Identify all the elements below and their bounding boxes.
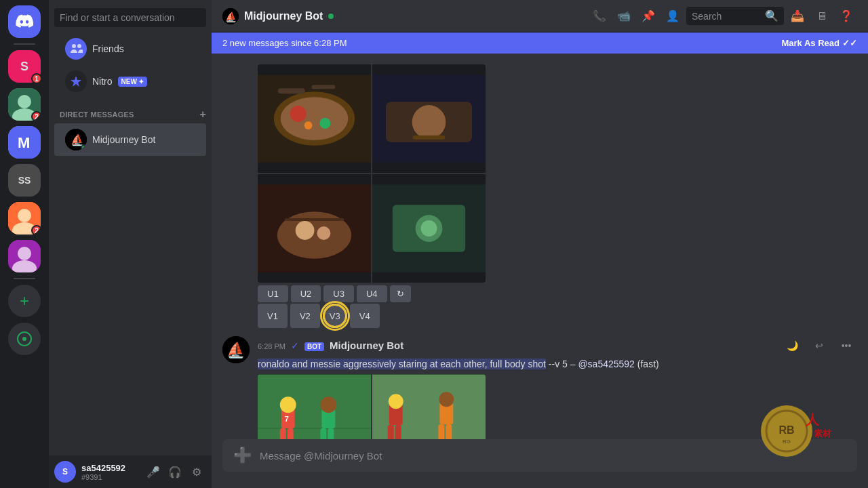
settings-button[interactable]: ⚙ <box>187 462 206 481</box>
svg-point-20 <box>290 106 307 122</box>
msg2-timestamp: 6:28 PM <box>258 342 285 350</box>
server-icon-5[interactable]: 2 <box>8 202 41 235</box>
svg-text:人: 人 <box>805 412 820 427</box>
user-name: sa5425592 <box>81 463 138 473</box>
server-icon-6[interactable] <box>8 240 41 272</box>
svg-text:RB: RB <box>778 424 794 436</box>
food-u2-button[interactable]: U2 <box>291 285 321 302</box>
dm-search-area <box>49 0 212 33</box>
help-button[interactable]: ❓ <box>835 5 857 27</box>
msg2-reply-button[interactable]: ↩ <box>808 335 830 357</box>
msg2-emoji-button[interactable]: 🌙 <box>781 335 803 357</box>
inbox-button[interactable]: 📥 <box>787 5 808 27</box>
nitro-item[interactable]: Nitro NEW ✦ <box>54 65 206 98</box>
server-sidebar: S 1 2 M SS 2 + <box>0 0 49 488</box>
add-attachment-button[interactable]: ➕ <box>233 447 252 464</box>
pin-button[interactable]: 📌 <box>637 5 659 27</box>
svg-point-58 <box>439 392 454 407</box>
midjourney-bot-item[interactable]: ⛵ Midjourney Bot <box>54 123 206 156</box>
member-list-button[interactable]: 👤 <box>662 5 684 27</box>
food-u3-button[interactable]: U3 <box>323 285 354 302</box>
svg-point-1 <box>18 95 31 108</box>
svg-text:7: 7 <box>285 415 289 423</box>
monitor-button[interactable]: 🖥 <box>811 5 833 27</box>
nitro-badge: NEW ✦ <box>118 77 147 87</box>
food-u1-button[interactable]: U1 <box>258 285 288 302</box>
svg-point-9 <box>18 247 31 260</box>
search-box: 🔍 <box>686 7 784 25</box>
add-dm-button[interactable]: + <box>199 108 206 121</box>
microphone-button[interactable]: 🎤 <box>144 462 163 481</box>
friends-icon <box>65 38 87 60</box>
food-v4-button[interactable]: V4 <box>350 304 380 328</box>
msg2-content: ronaldo and messie aggressively staring … <box>258 358 857 371</box>
user-discriminator: #9391 <box>81 473 138 481</box>
double-check-icon: ✓✓ <box>842 38 857 48</box>
svg-rect-49 <box>320 428 326 439</box>
svg-point-22 <box>304 121 313 129</box>
svg-rect-45 <box>288 428 294 439</box>
server-icon-ss[interactable]: SS <box>8 164 41 197</box>
call-button[interactable]: 📞 <box>589 5 610 27</box>
food-img-4 <box>372 174 486 283</box>
svg-point-6 <box>18 209 31 222</box>
video-button[interactable]: 📹 <box>613 5 635 27</box>
soccer-image-grid: 7 <box>258 374 486 439</box>
svg-point-54 <box>389 394 403 409</box>
bot-badge: BOT <box>304 342 324 351</box>
food-refresh-button[interactable]: ↻ <box>390 285 411 302</box>
food-v-buttons: V1 V2 V3 V4 <box>258 304 857 328</box>
svg-rect-56 <box>395 425 401 439</box>
user-panel: S sa5425592 #9391 🎤 🎧 ⚙ <box>49 455 212 488</box>
food-image-grid <box>258 64 486 283</box>
nitro-label: Nitro <box>92 76 113 87</box>
msg2-author: Midjourney Bot <box>330 340 403 351</box>
server-badge-1: 1 <box>31 73 42 84</box>
svg-text:RG: RG <box>783 439 791 445</box>
food-img-1 <box>258 64 371 173</box>
user-action-buttons: 🎤 🎧 ⚙ <box>144 462 206 481</box>
midjourney-bot-name: Midjourney Bot <box>92 134 155 145</box>
svg-rect-23 <box>278 88 305 94</box>
food-v2-button[interactable]: V2 <box>290 304 320 328</box>
dm-sidebar: Friends Nitro NEW ✦ DIRECT MESSAGES + ⛵ … <box>49 0 212 488</box>
svg-text:⛵: ⛵ <box>225 12 237 23</box>
svg-rect-44 <box>280 428 286 439</box>
chat-header: ⛵ Midjourney Bot 📞 📹 📌 👤 🔍 📥 🖥 ❓ <box>212 0 868 33</box>
search-input[interactable] <box>692 11 761 22</box>
svg-text:M: M <box>18 134 30 151</box>
food-v3-button[interactable]: V3 <box>323 304 347 328</box>
nitro-icon <box>65 70 87 92</box>
dm-search-input[interactable] <box>54 8 206 27</box>
search-icon: 🔍 <box>765 9 778 22</box>
add-server-button[interactable]: + <box>8 285 41 317</box>
friends-label: Friends <box>92 43 124 54</box>
food-v1-button[interactable]: V1 <box>258 304 288 328</box>
food-u4-button[interactable]: U4 <box>357 285 387 302</box>
headphone-button[interactable]: 🎧 <box>165 462 184 481</box>
header-actions: 📞 📹 📌 👤 🔍 📥 🖥 ❓ <box>589 5 857 27</box>
chat-header-name: Midjourney Bot <box>244 10 323 22</box>
food-u-buttons: U1 U2 U3 U4 ↻ <box>258 285 857 302</box>
svg-point-12 <box>22 337 26 341</box>
explore-button[interactable] <box>8 323 41 355</box>
svg-point-19 <box>281 97 348 140</box>
midjourney-bot-avatar-msg2: ⛵ <box>222 336 250 363</box>
server-icon-3[interactable]: M <box>8 126 41 159</box>
svg-point-27 <box>412 105 446 139</box>
friends-item[interactable]: Friends <box>54 33 206 65</box>
server-icon-discord[interactable] <box>8 5 41 38</box>
svg-text:⛵: ⛵ <box>226 341 245 359</box>
mark-as-read-button[interactable]: Mark As Read ✓✓ <box>782 38 858 48</box>
svg-rect-50 <box>328 428 334 439</box>
food-img-3 <box>258 174 371 283</box>
svg-point-31 <box>296 221 315 240</box>
chat-header-avatar: ⛵ <box>222 8 239 24</box>
server-icon-2[interactable]: 2 <box>8 88 41 121</box>
svg-rect-33 <box>285 218 344 221</box>
message-input[interactable] <box>260 450 846 462</box>
msg2-more-button[interactable]: ••• <box>835 335 857 357</box>
server-icon-1[interactable]: S 1 <box>8 50 41 83</box>
svg-point-43 <box>280 396 296 413</box>
server-divider-2 <box>14 278 35 279</box>
